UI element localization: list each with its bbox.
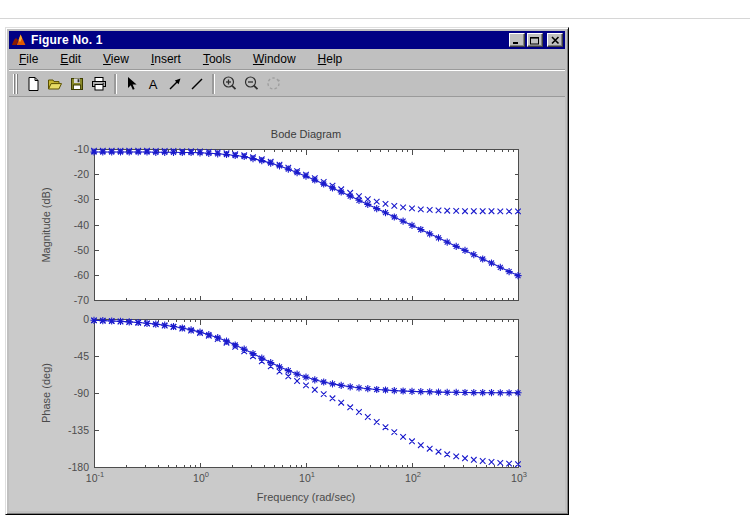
zoom-in-icon <box>221 75 238 92</box>
frequency-axis-label: Frequency (rad/sec) <box>94 491 518 503</box>
toolbar: A <box>9 70 565 97</box>
text-a-icon: A <box>145 76 161 92</box>
toolbar-grip-handle[interactable] <box>13 74 18 94</box>
save-floppy-icon <box>69 76 85 92</box>
new-document-icon <box>25 76 41 92</box>
menu-bar: FileEditViewInsertToolsWindowHelp <box>9 49 565 70</box>
printer-icon <box>91 76 107 92</box>
insert-text-button[interactable]: A <box>142 73 164 95</box>
maximize-icon <box>530 36 540 45</box>
svg-text:103: 103 <box>511 470 527 484</box>
svg-text:100: 100 <box>193 470 209 484</box>
page-edge-line <box>0 18 750 19</box>
svg-text:0: 0 <box>83 313 89 325</box>
minimize-icon <box>512 36 522 45</box>
window-title: Figure No. 1 <box>31 33 507 47</box>
figure-window: Figure No. 1 FileEditViewInsertToolsWind… <box>5 27 569 515</box>
new-document-button[interactable] <box>22 73 44 95</box>
select-cursor-button[interactable] <box>120 73 142 95</box>
phase-axis-label: Phase (deg) <box>40 363 52 423</box>
insert-line-button[interactable] <box>186 73 208 95</box>
plot-title: Bode Diagram <box>94 128 518 140</box>
cursor-arrow-icon <box>123 76 139 92</box>
title-bar[interactable]: Figure No. 1 <box>9 31 565 49</box>
menu-item-tools[interactable]: Tools <box>203 52 231 66</box>
menu-item-view[interactable]: View <box>103 52 129 66</box>
northeast-arrow-icon <box>167 76 183 92</box>
figure-canvas: -10-20-30-40-50-60-700-45-90-135-18010-1… <box>9 97 565 511</box>
menu-item-help[interactable]: Help <box>318 52 343 66</box>
svg-text:-50: -50 <box>74 244 89 256</box>
minimize-button[interactable] <box>509 33 525 47</box>
rotate-3d-icon <box>265 75 282 92</box>
svg-text:10-1: 10-1 <box>86 470 104 484</box>
magnitude-axis-label: Magnitude (dB) <box>40 187 52 262</box>
zoom-out-icon <box>243 75 260 92</box>
svg-text:-135: -135 <box>68 424 89 436</box>
svg-text:-40: -40 <box>74 219 89 231</box>
insert-arrow-button[interactable] <box>164 73 186 95</box>
open-file-button[interactable] <box>44 73 66 95</box>
svg-text:-10: -10 <box>74 143 89 155</box>
zoom-in-button[interactable] <box>218 73 240 95</box>
print-figure-button[interactable] <box>88 73 110 95</box>
menu-item-insert[interactable]: Insert <box>151 52 181 66</box>
svg-text:101: 101 <box>299 470 315 484</box>
bode-plot-area[interactable]: -10-20-30-40-50-60-700-45-90-135-18010-1… <box>9 97 565 511</box>
menu-item-edit[interactable]: Edit <box>60 52 81 66</box>
close-button[interactable] <box>547 33 563 47</box>
matlab-logo-icon <box>11 33 27 47</box>
menu-item-window[interactable]: Window <box>253 52 296 66</box>
open-folder-icon <box>47 76 63 92</box>
save-figure-button[interactable] <box>66 73 88 95</box>
close-icon <box>551 36 560 45</box>
svg-text:-60: -60 <box>74 269 89 281</box>
svg-text:-45: -45 <box>74 350 89 362</box>
svg-text:A: A <box>149 76 158 91</box>
menu-item-file[interactable]: File <box>19 52 38 66</box>
toolbar-separator <box>114 74 116 94</box>
svg-text:-30: -30 <box>74 193 89 205</box>
rotate-3d-button[interactable] <box>262 73 284 95</box>
svg-text:-20: -20 <box>74 168 89 180</box>
line-icon <box>189 76 205 92</box>
svg-text:102: 102 <box>405 470 421 484</box>
zoom-out-button[interactable] <box>240 73 262 95</box>
svg-text:-70: -70 <box>74 294 89 306</box>
maximize-button[interactable] <box>527 33 543 47</box>
svg-text:-90: -90 <box>74 387 89 399</box>
toolbar-separator <box>212 74 214 94</box>
